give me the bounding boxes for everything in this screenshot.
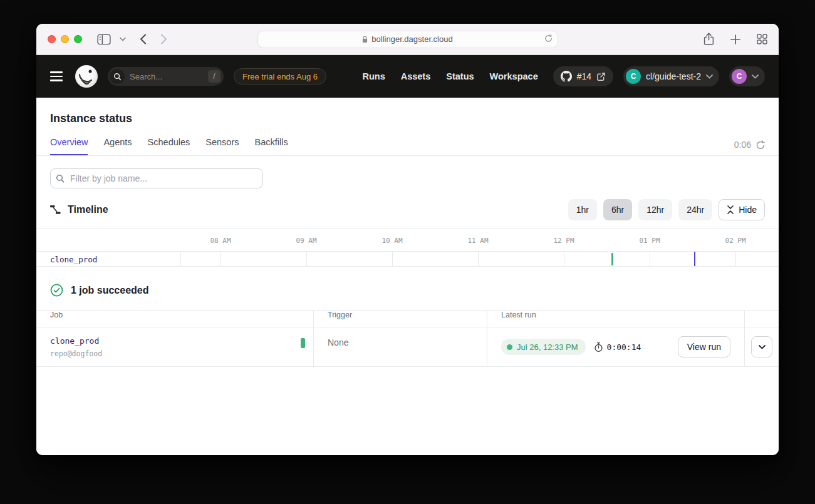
- deployment-name: cl/guide-test-2: [646, 71, 701, 81]
- hour-label: 10 AM: [382, 236, 402, 244]
- run-time-label: Jul 26, 12:33 PM: [517, 342, 578, 352]
- github-pr-pill[interactable]: #14: [553, 66, 613, 86]
- global-search[interactable]: Search... /: [108, 67, 224, 86]
- nav-link-runs[interactable]: Runs: [362, 71, 385, 81]
- range-24hr-button[interactable]: 24hr: [678, 199, 712, 220]
- browser-toolbar: bollinger.dagster.cloud: [36, 24, 779, 55]
- run-duration: 0:00:14: [607, 342, 641, 352]
- hour-label: 01 PM: [639, 236, 660, 244]
- trigger-cell: None: [313, 327, 487, 366]
- hour-label: 09 AM: [296, 236, 316, 244]
- external-link-icon: [596, 72, 606, 81]
- timeline-gridline: [478, 252, 479, 266]
- hour-label: 02 PM: [725, 236, 745, 244]
- url-text: bollinger.dagster.cloud: [371, 34, 452, 44]
- job-filter-input[interactable]: [50, 168, 263, 188]
- timeline-lane-clone-prod: clone_prod: [36, 251, 779, 267]
- tab-schedules[interactable]: Schedules: [148, 137, 190, 155]
- back-button[interactable]: [140, 34, 147, 44]
- zoom-window-button[interactable]: [74, 35, 82, 43]
- forward-button[interactable]: [160, 34, 167, 44]
- timeline-gridline: [735, 252, 736, 266]
- trial-badge[interactable]: Free trial ends Aug 6: [234, 68, 326, 85]
- range-12hr-button[interactable]: 12hr: [638, 199, 672, 220]
- hide-timeline-button[interactable]: Hide: [719, 199, 765, 220]
- github-pr-number: #14: [577, 71, 591, 81]
- jobs-summary: 1 job succeeded: [36, 267, 779, 310]
- range-1hr-button[interactable]: 1hr: [568, 199, 597, 220]
- jobs-summary-text: 1 job succeeded: [71, 285, 149, 296]
- sidebar-chevron-icon[interactable]: [120, 37, 126, 41]
- check-circle-icon: [50, 284, 63, 297]
- table-row: clone_prod repo@dogfood None Jul 26, 12:…: [36, 327, 779, 367]
- tab-agents[interactable]: Agents: [103, 137, 132, 155]
- timeline-gridline: [221, 252, 221, 266]
- new-tab-icon[interactable]: [730, 34, 740, 44]
- view-run-button[interactable]: View run: [678, 336, 730, 357]
- job-cell: clone_prod repo@dogfood: [36, 327, 313, 366]
- lane-job-label[interactable]: clone_prod: [50, 254, 97, 264]
- menu-icon[interactable]: [50, 71, 63, 81]
- page-title: Instance status: [50, 112, 765, 125]
- window-controls: [48, 35, 82, 43]
- sidebar-toggle-icon[interactable]: [97, 34, 111, 45]
- browser-window: bollinger.dagster.cloud: [36, 24, 779, 455]
- column-header-latest-run: Latest run: [487, 311, 744, 327]
- timeline-gridline: [180, 252, 181, 266]
- table-header-row: Job Trigger Latest run: [36, 310, 779, 327]
- timeline-header: Timeline 1hr 6hr 12hr 24hr Hide: [36, 188, 779, 229]
- refresh-countdown: 0:06: [734, 140, 751, 150]
- deployment-avatar: C: [626, 69, 641, 84]
- github-icon: [561, 71, 572, 82]
- column-header-trigger: Trigger: [313, 311, 487, 327]
- run-history-bar[interactable]: [301, 338, 305, 348]
- search-icon: [110, 69, 125, 84]
- close-window-button[interactable]: [48, 35, 56, 43]
- current-time-marker: [694, 252, 695, 266]
- refresh-icon[interactable]: [756, 140, 765, 150]
- share-icon[interactable]: [703, 33, 714, 46]
- nav-link-assets[interactable]: Assets: [401, 71, 431, 81]
- timeline-gridline: [650, 252, 650, 266]
- timeline-gridline: [564, 252, 564, 266]
- timeline-axis: 08 AM 09 AM 10 AM 11 AM 12 PM 01 PM 02 P…: [36, 229, 779, 251]
- deployment-switcher[interactable]: C cl/guide-test-2: [623, 66, 719, 86]
- tab-sensors[interactable]: Sensors: [205, 137, 239, 155]
- jobs-table: Job Trigger Latest run clone_prod repo@d…: [36, 310, 779, 367]
- job-name-link[interactable]: clone_prod: [50, 336, 299, 346]
- page-content: Instance status Overview Agents Schedule…: [36, 98, 779, 455]
- range-6hr-button[interactable]: 6hr: [603, 199, 632, 220]
- nav-link-workspace[interactable]: Workspace: [490, 71, 538, 81]
- timeline-icon: [50, 205, 61, 215]
- tab-overview-icon[interactable]: [757, 34, 767, 44]
- user-menu[interactable]: C: [729, 66, 765, 86]
- column-header-job: Job: [36, 311, 313, 327]
- timeline-gridline: [306, 252, 307, 266]
- timeline-gridline: [392, 252, 393, 266]
- tab-backfills[interactable]: Backfills: [255, 137, 288, 155]
- hour-label: 12 PM: [553, 236, 574, 244]
- tab-overview[interactable]: Overview: [50, 137, 88, 155]
- filter-search-icon: [56, 174, 65, 183]
- chevron-down-icon: [706, 75, 713, 79]
- address-bar[interactable]: bollinger.dagster.cloud: [257, 31, 558, 48]
- column-header-actions: [744, 311, 779, 327]
- nav-link-status[interactable]: Status: [446, 71, 474, 81]
- search-placeholder: Search...: [130, 72, 203, 81]
- user-avatar: C: [732, 69, 747, 84]
- lock-icon: [362, 36, 368, 43]
- row-actions-cell: [744, 327, 779, 366]
- chevron-down-icon: [752, 75, 759, 79]
- timeline-chart: 08 AM 09 AM 10 AM 11 AM 12 PM 01 PM 02 P…: [36, 229, 779, 267]
- job-repo-label: repo@dogfood: [50, 349, 299, 358]
- minimize-window-button[interactable]: [61, 35, 69, 43]
- chevron-down-icon: [759, 345, 766, 349]
- row-expand-button[interactable]: [751, 336, 772, 357]
- run-success-marker[interactable]: [611, 253, 613, 265]
- latest-run-cell: Jul 26, 12:33 PM 0:00:14 View run: [487, 327, 744, 366]
- search-shortcut-key: /: [208, 70, 221, 83]
- hour-label: 08 AM: [210, 236, 231, 244]
- run-status-badge[interactable]: Jul 26, 12:33 PM: [501, 339, 586, 355]
- dagster-logo[interactable]: [75, 65, 98, 88]
- reload-icon[interactable]: [544, 34, 553, 44]
